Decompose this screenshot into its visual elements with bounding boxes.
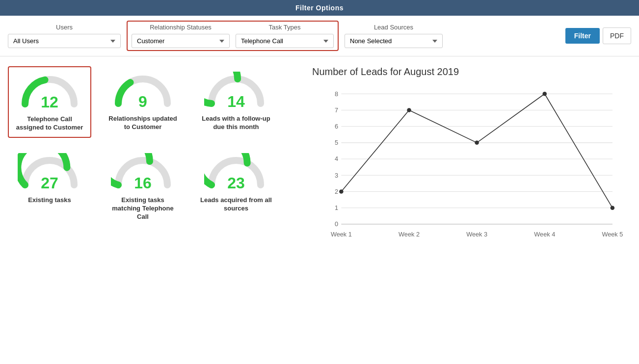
svg-text:8: 8	[335, 90, 338, 98]
main-content: 12Telephone Call assigned to Customer 9R…	[0, 56, 639, 260]
line-chart: 012345678Week 1Week 2Week 3Week 4Week 5	[312, 83, 631, 250]
gauge-number: 16	[111, 174, 175, 192]
chart-section: Number of Leads for August 2019 01234567…	[312, 66, 631, 250]
gauge-wrap: 23	[204, 153, 268, 192]
svg-text:Week 5: Week 5	[602, 231, 623, 238]
svg-point-24	[339, 189, 344, 194]
lead-sources-filter-group: Lead Sources None Selected	[345, 24, 443, 48]
gauge-label: Existing tasks matching Telephone Call	[106, 196, 179, 221]
gauge-label: Relationships updated to Customer	[106, 115, 179, 131]
users-filter-group: Users All Users	[8, 24, 121, 48]
svg-text:4: 4	[335, 155, 338, 162]
gauge-wrap: 12	[18, 72, 81, 111]
gauge-label: Existing tasks	[28, 196, 71, 205]
gauge-number: 9	[111, 93, 175, 111]
filter-section: Users All Users Relationship Statuses Cu…	[0, 16, 639, 56]
svg-text:Week 4: Week 4	[534, 231, 555, 238]
action-buttons: Filter PDF	[565, 27, 631, 44]
rel-status-select[interactable]: Customer	[132, 34, 230, 48]
gauge-card[interactable]: 14Leads with a follow-up due this month	[194, 66, 278, 138]
gauge-card[interactable]: 12Telephone Call assigned to Customer	[8, 66, 91, 138]
users-label: Users	[56, 24, 73, 31]
svg-text:6: 6	[335, 123, 338, 130]
top-bar: Filter Options	[0, 0, 639, 16]
gauge-number: 23	[204, 174, 268, 192]
svg-text:Week 1: Week 1	[331, 231, 352, 238]
rel-status-label: Relationship Statuses	[150, 24, 212, 31]
gauges-bottom-row: 27Existing tasks 16Existing tasks matchi…	[8, 148, 302, 227]
chart-container: 012345678Week 1Week 2Week 3Week 4Week 5	[312, 83, 631, 250]
gauge-card[interactable]: 23Leads acquired from all sources	[194, 148, 278, 227]
gauge-wrap: 27	[18, 153, 81, 192]
task-types-select[interactable]: Telephone Call	[236, 34, 334, 48]
relationship-task-border-group: Relationship Statuses Customer Task Type…	[127, 21, 339, 51]
gauge-card[interactable]: 9Relationships updated to Customer	[101, 66, 185, 138]
rel-status-filter-group: Relationship Statuses Customer	[132, 24, 230, 48]
lead-sources-select[interactable]: None Selected	[345, 34, 443, 48]
gauge-label: Leads acquired from all sources	[200, 196, 272, 213]
svg-text:7: 7	[335, 106, 338, 114]
svg-point-28	[611, 206, 615, 210]
svg-text:3: 3	[335, 172, 338, 179]
svg-text:5: 5	[335, 139, 338, 146]
gauge-number: 14	[204, 93, 268, 111]
pdf-button[interactable]: PDF	[603, 27, 631, 44]
gauge-card[interactable]: 16Existing tasks matching Telephone Call	[101, 148, 185, 227]
svg-text:Week 2: Week 2	[399, 231, 420, 238]
svg-text:1: 1	[335, 204, 338, 211]
filter-options-title: Filter Options	[295, 4, 344, 12]
gauge-label: Leads with a follow-up due this month	[200, 115, 272, 131]
chart-title: Number of Leads for August 2019	[312, 66, 631, 78]
task-types-filter-group: Task Types Telephone Call	[236, 24, 334, 48]
svg-point-26	[475, 141, 479, 145]
gauge-wrap: 9	[111, 72, 175, 111]
svg-text:Week 3: Week 3	[466, 231, 487, 238]
gauges-top-row: 12Telephone Call assigned to Customer 9R…	[8, 66, 302, 138]
gauge-wrap: 16	[111, 153, 175, 192]
svg-point-27	[543, 92, 547, 96]
gauge-label: Telephone Call assigned to Customer	[14, 115, 85, 132]
gauge-wrap: 14	[204, 72, 268, 111]
task-types-label: Task Types	[269, 24, 301, 31]
svg-text:0: 0	[335, 220, 338, 228]
users-select[interactable]: All Users	[8, 34, 121, 48]
lead-sources-label: Lead Sources	[374, 24, 413, 31]
gauges-section: 12Telephone Call assigned to Customer 9R…	[8, 66, 302, 250]
svg-text:2: 2	[335, 188, 338, 195]
gauge-number: 12	[18, 93, 81, 111]
filter-button[interactable]: Filter	[565, 28, 600, 44]
gauge-number: 27	[18, 174, 81, 192]
svg-point-25	[407, 108, 411, 112]
gauge-card[interactable]: 27Existing tasks	[8, 148, 91, 227]
